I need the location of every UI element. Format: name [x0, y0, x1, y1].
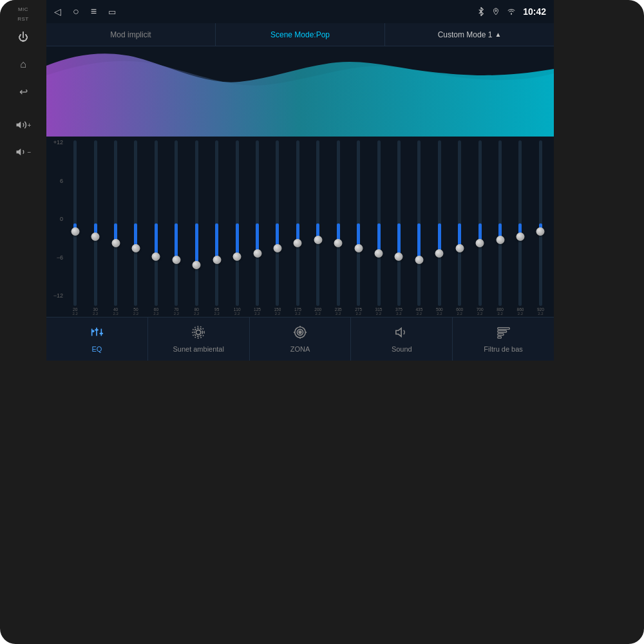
ambient-icon	[191, 325, 205, 343]
mode-scene[interactable]: Scene Mode:Pop	[216, 23, 385, 46]
slider-col-16[interactable]	[390, 139, 408, 307]
slider-thumb-0[interactable]	[71, 227, 79, 236]
svg-point-3	[511, 14, 512, 15]
slider-thumb-18[interactable]	[435, 249, 444, 258]
slider-thumb-22[interactable]	[516, 232, 524, 241]
slider-thumb-15[interactable]	[375, 249, 383, 258]
slider-thumb-4[interactable]	[152, 252, 160, 261]
tab-bass[interactable]: Filtru de bas	[453, 317, 554, 361]
freq-label-0: 202.2	[66, 307, 84, 316]
nav-home-icon[interactable]: ○	[73, 6, 79, 17]
slider-col-2[interactable]	[106, 139, 125, 307]
freq-label-8: 1102.2	[227, 307, 246, 316]
freq-label-21: 8002.2	[491, 307, 509, 316]
mode-custom[interactable]: Custom Mode 1 ▲	[385, 23, 554, 46]
slider-thumb-8[interactable]	[233, 252, 242, 261]
tab-eq[interactable]: EQ	[46, 317, 148, 361]
slider-thumb-13[interactable]	[334, 239, 343, 247]
slider-col-15[interactable]	[369, 139, 388, 307]
slider-thumb-21[interactable]	[496, 236, 504, 244]
volume-down-button[interactable]: −	[12, 140, 35, 164]
slider-col-9[interactable]	[248, 139, 267, 307]
scale-0: 0	[50, 216, 64, 222]
slider-thumb-10[interactable]	[273, 244, 281, 252]
slider-thumb-16[interactable]	[395, 252, 403, 261]
tab-zona[interactable]: ZONA	[250, 317, 352, 361]
slider-thumb-14[interactable]	[354, 244, 363, 252]
device-body: MIC RST ⏻ ⌂ ↩ + −	[0, 0, 644, 644]
slider-thumb-2[interactable]	[111, 239, 120, 247]
slider-thumb-12[interactable]	[314, 236, 322, 244]
slider-col-13[interactable]	[328, 139, 347, 307]
time-display: 10:42	[523, 6, 546, 17]
svg-point-13	[196, 330, 201, 334]
tab-ambient[interactable]: Sunet ambiental	[148, 317, 250, 361]
freq-label-4: 602.2	[147, 307, 166, 316]
slider-col-3[interactable]	[126, 139, 145, 307]
slider-thumb-5[interactable]	[172, 256, 180, 264]
slider-col-1[interactable]	[86, 139, 104, 307]
svg-point-18	[299, 331, 301, 334]
slider-thumb-19[interactable]	[455, 244, 464, 252]
nav-back-icon[interactable]: ◁	[54, 6, 61, 17]
mode-default[interactable]: Mod implicit	[46, 23, 216, 46]
back-button[interactable]: ↩	[12, 80, 35, 103]
svg-point-12	[100, 332, 103, 335]
scale-plus12: +12	[50, 139, 64, 146]
nav-icons: ◁ ○ ≡ ▭	[54, 6, 116, 17]
slider-col-5[interactable]	[167, 139, 185, 307]
slider-col-19[interactable]	[450, 139, 469, 307]
slider-col-17[interactable]	[410, 139, 428, 307]
bottom-nav: EQ Sunet ambiental	[46, 317, 554, 361]
volume-up-button[interactable]: +	[12, 113, 35, 137]
freq-label-18: 5002.2	[430, 307, 449, 316]
slider-thumb-23[interactable]	[536, 227, 545, 236]
svg-point-9	[96, 329, 99, 332]
freq-label-6: 802.2	[187, 307, 206, 316]
home-button[interactable]: ⌂	[12, 53, 35, 76]
tab-zona-label: ZONA	[290, 345, 310, 353]
freq-label-19: 6002.2	[450, 307, 469, 316]
slider-col-14[interactable]	[349, 139, 368, 307]
freq-label-22: 8602.2	[511, 307, 529, 316]
slider-col-12[interactable]	[308, 139, 327, 307]
slider-thumb-3[interactable]	[131, 244, 140, 252]
slider-col-21[interactable]	[491, 139, 509, 307]
slider-thumb-1[interactable]	[91, 232, 100, 241]
tab-eq-label: EQ	[91, 345, 102, 353]
slider-thumb-9[interactable]	[253, 249, 261, 258]
slider-col-6[interactable]	[187, 139, 206, 307]
nav-recent-icon[interactable]: ▭	[108, 7, 116, 17]
freq-label-11: 1752.2	[289, 307, 307, 316]
slider-col-7[interactable]	[207, 139, 226, 307]
eq-sliders-area: +12 6 0 −6 −12 202.2302.2402.2502.260	[46, 137, 554, 317]
freq-label-5: 702.2	[167, 307, 185, 316]
slider-thumb-20[interactable]	[476, 239, 484, 247]
slider-col-10[interactable]	[268, 139, 287, 307]
scale-6: 6	[50, 178, 64, 184]
eq-scale-labels: +12 6 0 −6 −12	[50, 139, 64, 299]
slider-thumb-7[interactable]	[213, 256, 221, 264]
scale-minus12: −12	[50, 292, 64, 299]
slider-col-20[interactable]	[470, 139, 489, 307]
slider-thumb-6[interactable]	[193, 261, 201, 269]
svg-point-6	[92, 330, 95, 332]
power-button[interactable]: ⏻	[12, 26, 35, 49]
slider-col-8[interactable]	[227, 139, 246, 307]
nav-menu-icon[interactable]: ≡	[91, 6, 97, 17]
tab-bass-label: Filtru de bas	[484, 345, 523, 353]
rst-label: RST	[17, 16, 29, 22]
slider-col-18[interactable]	[430, 139, 449, 307]
freq-label-23: 9202.2	[531, 307, 550, 316]
slider-col-22[interactable]	[511, 139, 529, 307]
freq-label-13: 2352.2	[328, 307, 347, 316]
slider-col-4[interactable]	[147, 139, 166, 307]
slider-col-0[interactable]	[66, 139, 84, 307]
sliders-wrapper: 202.2302.2402.2502.2602.2702.2802.2952.2…	[66, 139, 550, 317]
tab-sound[interactable]: Sound	[351, 317, 453, 361]
slider-col-23[interactable]	[531, 139, 550, 307]
freq-label-16: 3752.2	[390, 307, 408, 316]
slider-thumb-11[interactable]	[294, 239, 302, 247]
slider-thumb-17[interactable]	[415, 256, 423, 264]
slider-col-11[interactable]	[289, 139, 307, 307]
